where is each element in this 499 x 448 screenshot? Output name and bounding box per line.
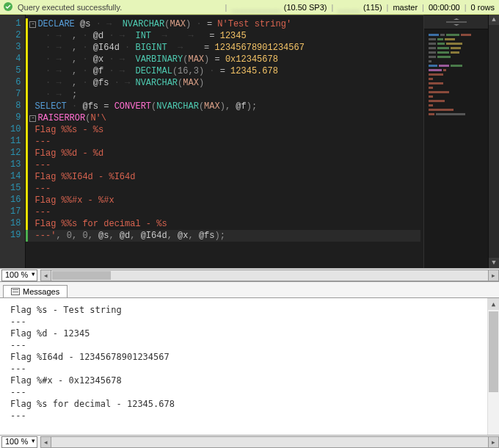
scroll-up-icon[interactable]: ▲ [488,298,499,310]
editor-vertical-scrollbar[interactable]: ▲ ▼ [488,15,499,268]
message-line: Flag %d - 12345 [10,328,489,339]
status-bar: Query executed successfully. | _________… [0,0,499,15]
database-name: master [393,3,418,12]
status-message: Query executed successfully. [18,3,122,12]
messages-horizontal-scrollbar[interactable]: ◂ ▸ [40,436,499,448]
scroll-right-icon[interactable]: ▸ [488,437,498,447]
message-line: --- [10,386,489,398]
svg-marker-3 [454,24,459,26]
fold-icon[interactable]: - [29,115,36,122]
code-editor: 123 456 789 101112 131415 161718 19 -DEC… [0,15,499,268]
message-line: Flag %s for decimal - 12345.678 [10,398,489,410]
code-text-area[interactable]: -DECLARE @s · → NVARCHAR(MAX) · = N'Test… [26,15,423,268]
app-root: Query executed successfully. | _________… [0,0,499,448]
message-line: Flag %I64d - 12345678901234567 [10,351,489,363]
zoom-dropdown[interactable]: 100 % [1,270,37,281]
messages-footer: 100 % ◂ ▸ [0,435,499,448]
spid: (115) [363,3,382,12]
messages-vertical-scrollbar[interactable]: ▲ [487,298,499,435]
editor-horizontal-scrollbar[interactable]: ◂ ▸ [40,270,499,281]
zoom-dropdown[interactable]: 100 % [1,436,37,448]
scroll-thumb[interactable] [52,271,111,280]
editor-footer: 100 % ◂ ▸ [0,268,499,281]
scroll-down-icon[interactable]: ▼ [489,258,499,268]
messages-icon [11,288,20,295]
message-line: Flag %s - Test string [10,304,489,316]
results-tabs: Messages [0,281,499,297]
message-line: --- [10,410,489,422]
tab-label: Messages [23,287,59,296]
scroll-left-icon[interactable]: ◂ [41,437,51,447]
scroll-left-icon[interactable]: ◂ [41,270,51,281]
minimap[interactable] [424,29,488,268]
server-version: (10.50 SP3) [284,3,327,12]
scroll-right-icon[interactable]: ▸ [488,270,498,281]
server-name: ___________ [231,3,280,12]
split-handle-icon[interactable] [424,15,488,29]
success-icon [3,1,13,13]
svg-marker-2 [454,18,459,20]
user-name: _____ [338,3,360,12]
fold-icon[interactable]: - [29,21,36,28]
row-count: 0 rows [471,3,495,12]
scroll-up-icon[interactable]: ▲ [489,15,499,25]
message-line: --- [10,316,489,328]
scroll-thumb[interactable] [489,311,498,392]
line-number-gutter: 123 456 789 101112 131415 161718 19 [0,15,26,268]
message-line: --- [10,363,489,375]
message-line: Flag %#x - 0x12345678 [10,375,489,386]
messages-pane[interactable]: Flag %s - Test string --- Flag %d - 1234… [0,297,499,435]
message-line: --- [10,339,489,351]
elapsed-time: 00:00:00 [429,3,460,12]
tab-messages[interactable]: Messages [3,285,68,298]
editor-side-panel [423,15,488,268]
